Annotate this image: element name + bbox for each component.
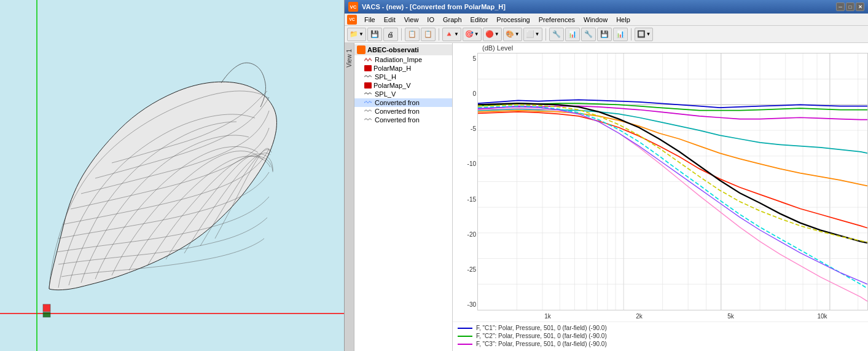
tree-item-label: Converted fron — [375, 99, 420, 106]
y-tick-n5: -5 — [454, 125, 476, 132]
svg-rect-3 — [43, 304, 50, 312]
tree-root[interactable]: ABEC-observati — [354, 44, 452, 55]
tree-item-polarmap-h[interactable]: PolarMap_H — [354, 64, 452, 73]
menu-processing[interactable]: Processing — [493, 15, 533, 25]
legend-item-c2: F, "C2": Polar, Pressure, 501, 0 (far-fi… — [458, 333, 863, 339]
tree-root-icon — [357, 45, 366, 54]
legend-line-c3 — [458, 344, 472, 345]
rect-icon-red2 — [364, 82, 372, 89]
title-bar: VC VACS - (new) - [Converted from PolarM… — [345, 0, 868, 14]
legend-line-c2 — [458, 336, 472, 337]
y-axis: 5 0 -5 -10 -15 -20 -25 -30 — [453, 53, 477, 310]
legend-label-c2: F, "C2": Polar, Pressure, 501, 0 (far-fi… — [476, 333, 607, 339]
wave-icon-gray2 — [364, 91, 373, 97]
graph-container: 5 0 -5 -10 -15 -20 -25 -30 — [453, 53, 868, 310]
menu-graph[interactable]: Graph — [439, 15, 466, 25]
svg-rect-4 — [43, 312, 50, 317]
wave-icon-blue-dashed — [364, 100, 373, 106]
tree-item-label: SPL_V — [375, 90, 396, 98]
tree-item-label: PolarMap_V — [373, 82, 411, 89]
layout-dropdown[interactable]: 🔲▼ — [635, 28, 654, 41]
menu-view[interactable]: View — [401, 15, 423, 25]
copy-button[interactable]: 📋 — [405, 28, 420, 41]
y-tick-n30: -30 — [454, 301, 476, 308]
tool3-button[interactable]: 🔧 — [581, 28, 596, 41]
vacs-window: VC VACS - (new) - [Converted from PolarM… — [344, 0, 868, 351]
main-content: View 1 ABEC-observati Radiation_Impe Pol… — [345, 43, 868, 351]
tree-item-converted-2[interactable]: Converted fron — [354, 107, 452, 116]
save-button[interactable]: 💾 — [367, 28, 382, 41]
legend-label-c3: F, "C3": Polar, Pressure, 501, 0 (far-fi… — [476, 341, 607, 347]
paste-button[interactable]: 📋 — [421, 28, 436, 41]
tree-panel: ABEC-observati Radiation_Impe PolarMap_H… — [354, 43, 453, 351]
close-button[interactable]: ✕ — [856, 2, 864, 11]
wave-icon-gray4 — [364, 117, 373, 123]
menu-preferences[interactable]: Preferences — [535, 15, 579, 25]
tree-item-spl-v[interactable]: SPL_V — [354, 90, 452, 98]
view-tab[interactable]: View 1 — [345, 43, 354, 351]
menu-help[interactable]: Help — [612, 15, 634, 25]
tree-item-label: Radiation_Impe — [375, 56, 422, 63]
x-tick-10k: 10k — [776, 313, 868, 320]
y-tick-n15: -15 — [454, 196, 476, 203]
menu-file[interactable]: File — [361, 15, 379, 25]
3d-viewport — [0, 0, 344, 351]
open-dropdown[interactable]: 📁▼ — [347, 28, 366, 41]
toolbar-sep-3 — [545, 28, 546, 41]
x-tick-1k: 1k — [502, 313, 593, 320]
x-tick-5k: 5k — [685, 313, 776, 320]
target-dropdown[interactable]: 🎯▼ — [463, 28, 482, 41]
y-tick-n10: -10 — [454, 160, 476, 167]
menu-logo: VC — [347, 15, 357, 25]
legend-area: F, "C1": Polar, Pressure, 501, 0 (far-fi… — [453, 321, 868, 351]
legend-label-c1: F, "C1": Polar, Pressure, 501, 0 (far-fi… — [476, 325, 607, 331]
wave-icon — [364, 57, 373, 63]
tree-item-converted-3[interactable]: Converted fron — [354, 116, 452, 124]
menu-editor[interactable]: Editor — [467, 15, 492, 25]
menu-window[interactable]: Window — [580, 15, 611, 25]
tree-item-polarmap-v[interactable]: PolarMap_V — [354, 81, 452, 90]
tree-item-label: PolarMap_H — [373, 65, 411, 72]
tree-item-label: Converted fron — [375, 108, 420, 115]
tool1-button[interactable]: 🔧 — [549, 28, 564, 41]
menu-io[interactable]: IO — [423, 15, 438, 25]
tree-root-label: ABEC-observati — [367, 46, 419, 53]
tool2-button[interactable]: 📊 — [565, 28, 580, 41]
maximize-button[interactable]: □ — [846, 2, 854, 11]
view-dropdown[interactable]: 🔺▼ — [442, 28, 461, 41]
color-dropdown[interactable]: 🔴▼ — [483, 28, 502, 41]
legend-line-c1 — [458, 328, 472, 329]
print-button[interactable]: 🖨 — [383, 28, 398, 41]
minimize-button[interactable]: ─ — [836, 2, 845, 11]
x-axis: 1k 2k 5k 10k — [453, 310, 868, 321]
y-tick-0: 0 — [454, 90, 476, 97]
rect-icon-red — [364, 65, 372, 71]
palette-dropdown[interactable]: 🎨▼ — [503, 28, 522, 41]
graph-labels-row: (dB) Level — [453, 43, 868, 53]
toolbar-sep-4 — [631, 28, 631, 41]
tree-item-radiation[interactable]: Radiation_Impe — [354, 55, 452, 64]
title-bar-buttons: ─ □ ✕ — [836, 2, 864, 11]
tree-item-spl-h[interactable]: SPL_H — [354, 73, 452, 81]
tree-item-converted-1[interactable]: Converted fron — [354, 98, 452, 107]
title-bar-text: VACS - (new) - [Converted from PolarMap_… — [362, 3, 832, 10]
tool5-button[interactable]: 📊 — [613, 28, 628, 41]
y-tick-n25: -25 — [454, 266, 476, 273]
y-tick-n20: -20 — [454, 231, 476, 238]
legend-item-c1: F, "C1": Polar, Pressure, 501, 0 (far-fi… — [458, 325, 863, 331]
x-tick-2k: 2k — [593, 313, 685, 320]
title-bar-logo: VC — [348, 2, 358, 12]
menu-bar: VC File Edit View IO Graph Editor Proces… — [345, 14, 868, 26]
menu-edit[interactable]: Edit — [380, 15, 399, 25]
y-axis-label: (dB) Level — [482, 44, 513, 52]
tool4-button[interactable]: 💾 — [597, 28, 612, 41]
graph-main — [477, 53, 868, 310]
shape-dropdown[interactable]: ⬜▼ — [523, 28, 542, 41]
wave-icon-gray — [364, 74, 373, 80]
wave-icon-gray3 — [364, 108, 373, 114]
tree-item-label: SPL_H — [375, 73, 396, 81]
tree-item-label: Converted fron — [375, 116, 420, 124]
graph-area: (dB) Level 5 0 -5 -10 -15 -20 -25 -30 — [453, 43, 868, 351]
view-tab-label: View 1 — [346, 49, 353, 68]
y-tick-5: 5 — [454, 55, 476, 62]
